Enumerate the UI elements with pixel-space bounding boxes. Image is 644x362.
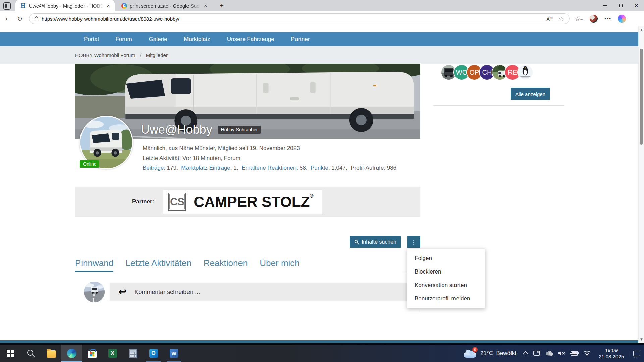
show-all-members-button[interactable]: Alle anzeigen (511, 88, 550, 100)
microsoft-store-button[interactable] (82, 345, 102, 362)
start-button[interactable] (0, 345, 20, 362)
store-icon (88, 351, 97, 358)
nav-marktplatz[interactable]: Marktplatz (184, 36, 210, 43)
page-footer-strip (0, 340, 638, 343)
scrollbar-down-icon[interactable]: ▼ (639, 338, 644, 341)
tab-reaktionen[interactable]: Reaktionen (204, 258, 248, 272)
windows-logo-icon (7, 350, 14, 357)
browser-tab-active[interactable]: H Uwe@Hobby - Mitglieder - HOBB × (15, 0, 115, 11)
clock-time: 19:09 (599, 347, 624, 353)
menu-item-folgen[interactable]: Folgen (407, 252, 485, 265)
menu-item-konversation[interactable]: Konversation starten (407, 279, 485, 292)
file-explorer-button[interactable] (41, 345, 61, 362)
tab-title: print screen taste - Google Suche (130, 3, 201, 9)
window-close-button[interactable]: ✕ (629, 0, 644, 11)
volume-muted-icon[interactable] (558, 350, 565, 356)
address-bar[interactable]: https://www.hobby-wohnmobilforum.de/user… (29, 13, 570, 24)
taskbar-weather-widget[interactable]: 6 21°C Bewölkt (459, 349, 521, 358)
scrollbar-thumb[interactable] (640, 49, 643, 145)
battery-charging-icon[interactable] (570, 351, 579, 356)
screen: H Uwe@Hobby - Mitglieder - HOBB × print … (0, 0, 644, 362)
calculator-icon (129, 349, 137, 358)
menu-item-blockieren[interactable]: Blockieren (407, 265, 485, 279)
comment-input[interactable]: ↩ Kommentar schreiben ... (110, 283, 420, 301)
camper-stolz-logo[interactable]: CS CAMPER STOLZ® (163, 190, 322, 214)
menu-item-melden[interactable]: Benutzerprofil melden (407, 292, 485, 305)
tab-letzte-aktivitaeten[interactable]: Letzte Aktivitäten (125, 258, 192, 272)
commenter-avatar (84, 282, 105, 302)
browser-toolbar: ← ↻ https://www.hobby-wohnmobilforum.de/… (0, 11, 644, 26)
word-button[interactable]: W (164, 345, 184, 362)
copilot-icon[interactable] (618, 15, 626, 23)
tab-close-icon[interactable]: × (203, 3, 209, 9)
online-status-badge: Online (80, 160, 99, 168)
action-center-button[interactable] (629, 351, 644, 356)
breadcrumb: HOBBY Wohnmobil Forum / Mitglieder (0, 46, 638, 64)
nav-galerie[interactable]: Galerie (149, 36, 167, 43)
excel-button[interactable]: X (102, 345, 123, 362)
onedrive-icon[interactable] (545, 351, 553, 356)
stat-value: 986 (387, 165, 396, 171)
page-scrollbar[interactable]: ▲ ▼ (638, 26, 644, 343)
taskbar-clock[interactable]: 19:09 21.08.2025 (594, 347, 629, 360)
nav-portal[interactable]: Portal (84, 36, 99, 43)
window-controls: ✕ (598, 0, 644, 11)
partner-section: Partner: CS CAMPER STOLZ® (75, 187, 420, 217)
system-tray (521, 350, 594, 356)
window-minimize-button[interactable] (598, 0, 613, 11)
weather-condition: Bewölkt (496, 350, 516, 356)
edge-icon (67, 349, 76, 358)
tray-expand-icon[interactable] (523, 351, 528, 357)
settings-menu-icon[interactable]: ••• (604, 16, 611, 22)
breadcrumb-root[interactable]: HOBBY Wohnmobil Forum (75, 52, 135, 58)
kebab-icon: ⋮ (411, 239, 417, 245)
tab-close-icon[interactable]: × (105, 3, 111, 9)
profile-username: Uwe@Hobby (141, 123, 212, 137)
stat-link-beitraege[interactable]: Beiträge (143, 165, 164, 171)
browser-profile-avatar[interactable] (590, 15, 598, 23)
comment-composer: ↩ Kommentar schreiben ... (84, 282, 420, 302)
read-aloud-icon[interactable]: A))) (546, 16, 552, 22)
scrollbar-up-icon[interactable]: ▲ (639, 28, 644, 32)
folder-icon (47, 350, 56, 358)
calculator-button[interactable] (123, 345, 143, 362)
back-button[interactable]: ← (3, 15, 14, 22)
search-icon (354, 240, 359, 244)
search-content-button[interactable]: Inhalte suchen (350, 236, 401, 248)
nav-forum[interactable]: Forum (115, 36, 132, 43)
new-tab-button[interactable]: + (217, 2, 226, 10)
edge-taskbar-button[interactable] (61, 345, 82, 362)
nav-unsere-fahrzeuge[interactable]: Unsere Fahrzeuge (227, 36, 274, 43)
user-rank-badge: Hobby-Schrauber (218, 126, 261, 134)
tab-ueber-mich[interactable]: Über mich (260, 258, 299, 272)
cast-display-icon[interactable] (533, 350, 540, 356)
stat-link-reaktionen[interactable]: Erhaltene Reaktionen (241, 165, 297, 171)
profile-stats: Beiträge: 179, Marktplatz Einträge: 1, E… (143, 163, 396, 173)
tab-pinnwand[interactable]: Pinnwand (75, 258, 113, 272)
tab-actions-icon[interactable] (3, 2, 11, 10)
notification-icon (633, 351, 640, 356)
stat-profil-aufrufe: Profil-Aufrufe (351, 165, 384, 171)
more-options-button[interactable]: ⋮ (407, 236, 420, 248)
stat-link-marktplatz[interactable]: Marktplatz Einträge (181, 165, 230, 171)
weather-cloud-icon: 6 (464, 349, 477, 358)
breadcrumb-separator: / (140, 52, 141, 58)
browser-tab-inactive[interactable]: print screen taste - Google Suche × (117, 0, 212, 11)
wifi-icon[interactable] (583, 351, 591, 356)
stat-link-punkte[interactable]: Punkte (311, 165, 328, 171)
partner-label: Partner: (132, 198, 154, 205)
avatar-road-illustration (84, 282, 105, 302)
favorites-bar-icon[interactable]: ☆₌ (575, 15, 583, 22)
profile-info-line2: Letzte Aktivität: Vor 18 Minuten, Forum (143, 153, 396, 163)
favorite-star-icon[interactable]: ☆ (559, 15, 564, 22)
taskbar-search-button[interactable] (20, 345, 41, 362)
outlook-button[interactable]: O (143, 345, 164, 362)
nav-partner[interactable]: Partner (291, 36, 310, 43)
refresh-button[interactable]: ↻ (14, 15, 25, 22)
weather-temp: 21°C (480, 350, 493, 356)
cs-logo-mark: CS (168, 193, 186, 211)
url-text[interactable]: https://www.hobby-wohnmobilforum.de/user… (42, 16, 546, 22)
window-restore-button[interactable] (613, 0, 629, 11)
profile-tab-bar: Pinnwand Letzte Aktivitäten Reaktionen Ü… (75, 258, 420, 272)
member-avatar-photo[interactable] (517, 64, 533, 80)
